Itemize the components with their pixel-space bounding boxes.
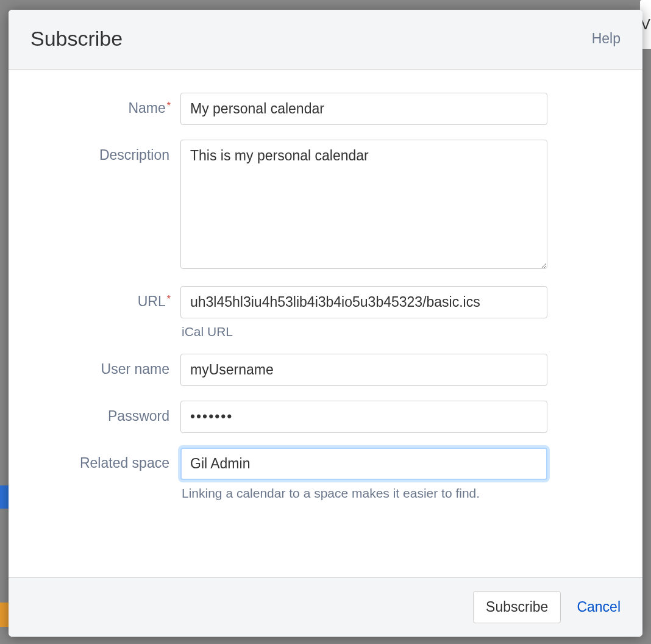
url-hint: iCal URL [180, 324, 547, 339]
username-label: User name [30, 354, 180, 377]
related-space-input[interactable] [180, 448, 547, 480]
url-label: URL* [30, 286, 180, 310]
description-row: Description This is my personal calendar [30, 140, 621, 271]
password-input[interactable] [180, 401, 547, 433]
required-indicator: * [167, 294, 171, 304]
dialog-header: Subscribe Help [9, 10, 642, 70]
url-input[interactable] [180, 286, 547, 318]
username-input[interactable] [180, 354, 547, 386]
description-input[interactable]: This is my personal calendar [180, 140, 547, 269]
password-label: Password [30, 401, 180, 424]
username-row: User name [30, 354, 621, 386]
name-label: Name* [30, 93, 180, 116]
background-element [0, 603, 9, 627]
help-link[interactable]: Help [592, 30, 621, 47]
name-input[interactable] [180, 93, 547, 125]
cancel-button[interactable]: Cancel [577, 599, 621, 615]
description-label: Description [30, 140, 180, 163]
background-element [0, 485, 9, 509]
dialog-body: Name* Description This is my personal ca… [9, 70, 642, 577]
url-row: URL* iCal URL [30, 286, 621, 339]
related-space-label: Related space [30, 448, 180, 471]
dialog-title: Subscribe [30, 27, 123, 51]
name-row: Name* [30, 93, 621, 125]
password-row: Password [30, 401, 621, 433]
subscribe-button[interactable]: Subscribe [473, 591, 561, 623]
related-space-hint: Linking a calendar to a space makes it e… [180, 486, 547, 501]
subscribe-dialog: Subscribe Help Name* Description This is… [9, 10, 642, 637]
related-space-row: Related space Linking a calendar to a sp… [30, 448, 621, 501]
dialog-footer: Subscribe Cancel [9, 577, 642, 637]
required-indicator: * [167, 101, 171, 111]
